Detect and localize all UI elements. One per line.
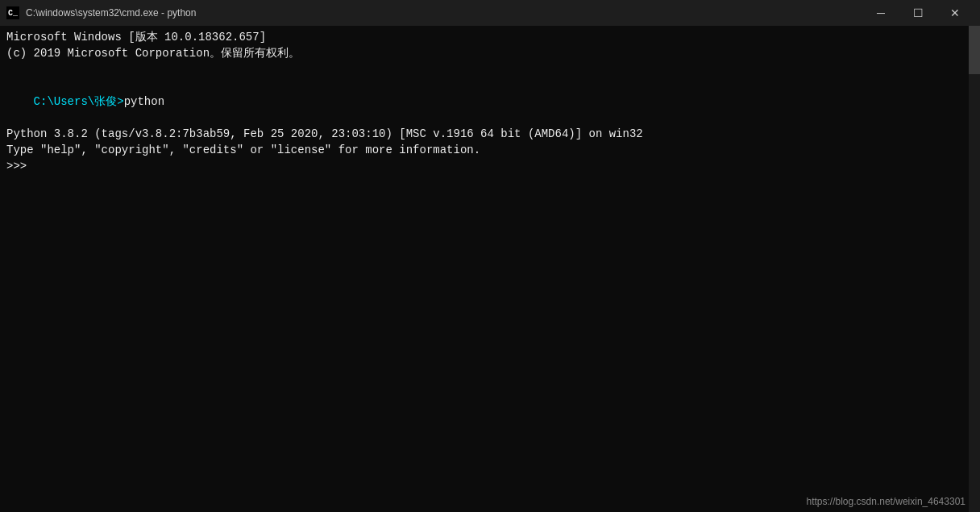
scrollbar-thumb[interactable]	[969, 26, 980, 74]
cmd-icon: C_	[6, 6, 19, 19]
titlebar-title: C:\windows\system32\cmd.exe - python	[26, 7, 862, 19]
terminal-line-7: >>>	[6, 158, 974, 174]
terminal-line-3	[6, 61, 974, 77]
terminal-line-4: C:\Users\张俊>python	[6, 77, 974, 126]
terminal-line-6: Type "help", "copyright", "credits" or "…	[6, 142, 974, 158]
prompt-path: C:\Users\张俊>	[34, 95, 124, 108]
prompt-command: python	[124, 95, 164, 108]
terminal-line-5: Python 3.8.2 (tags/v3.8.2:7b3ab59, Feb 2…	[6, 126, 974, 142]
terminal-area[interactable]: Microsoft Windows [版本 10.0.18362.657] (c…	[0, 26, 980, 512]
terminal-line-2: (c) 2019 Microsoft Corporation。保留所有权利。	[6, 45, 974, 61]
minimize-button[interactable]: ─	[862, 0, 899, 26]
titlebar: C_ C:\windows\system32\cmd.exe - python …	[0, 0, 980, 26]
scrollbar[interactable]	[969, 26, 980, 512]
close-button[interactable]: ✕	[936, 0, 974, 26]
watermark: https://blog.csdn.net/weixin_4643301	[807, 496, 965, 507]
terminal-line-1: Microsoft Windows [版本 10.0.18362.657]	[6, 29, 974, 45]
restore-button[interactable]: ☐	[899, 0, 936, 26]
titlebar-controls: ─ ☐ ✕	[862, 0, 974, 26]
